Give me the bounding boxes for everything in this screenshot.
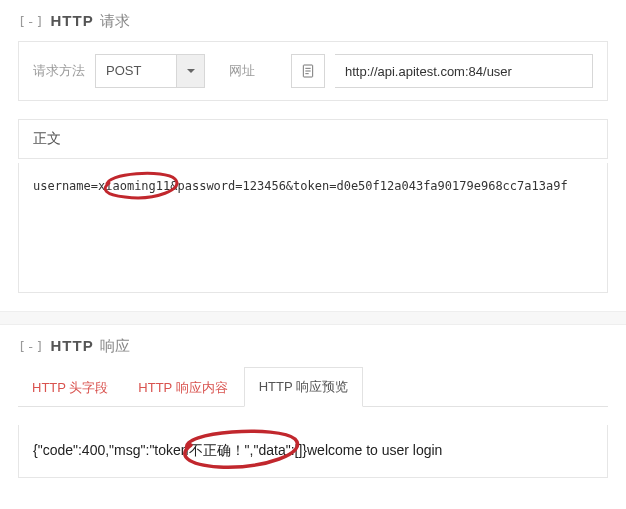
response-title-suffix: 响应	[100, 337, 130, 356]
response-preview-text: {"code":400,"msg":"token不正确！","data":[]}…	[33, 442, 442, 458]
request-title-suffix: 请求	[100, 12, 130, 31]
chevron-down-icon	[186, 66, 196, 76]
url-label: 网址	[229, 62, 281, 80]
url-input[interactable]	[335, 54, 593, 88]
section-separator	[0, 311, 626, 325]
collapse-toggle[interactable]: [-]	[18, 339, 44, 354]
method-select-value: POST	[96, 55, 176, 87]
request-form-panel: 请求方法 POST 网址	[18, 41, 608, 101]
request-section-header: [-] HTTP 请求	[0, 0, 626, 41]
document-icon	[291, 54, 325, 88]
method-select-toggle[interactable]	[176, 55, 204, 87]
tab-http-content[interactable]: HTTP 响应内容	[124, 369, 241, 407]
method-label: 请求方法	[33, 62, 85, 80]
body-textarea[interactable]: username=xiaoming11&password=123456&toke…	[18, 163, 608, 293]
tab-http-preview[interactable]: HTTP 响应预览	[244, 367, 363, 407]
method-select[interactable]: POST	[95, 54, 205, 88]
body-content: username=xiaoming11&password=123456&toke…	[33, 177, 593, 196]
collapse-toggle[interactable]: [-]	[18, 14, 44, 29]
tab-http-headers[interactable]: HTTP 头字段	[18, 369, 122, 407]
response-title-http: HTTP	[50, 337, 93, 354]
response-tabs: HTTP 头字段 HTTP 响应内容 HTTP 响应预览	[18, 366, 608, 406]
response-section-header: [-] HTTP 响应	[0, 325, 626, 366]
response-preview: {"code":400,"msg":"token不正确！","data":[]}…	[18, 425, 608, 478]
request-title-http: HTTP	[50, 12, 93, 29]
body-label: 正文	[18, 119, 608, 159]
